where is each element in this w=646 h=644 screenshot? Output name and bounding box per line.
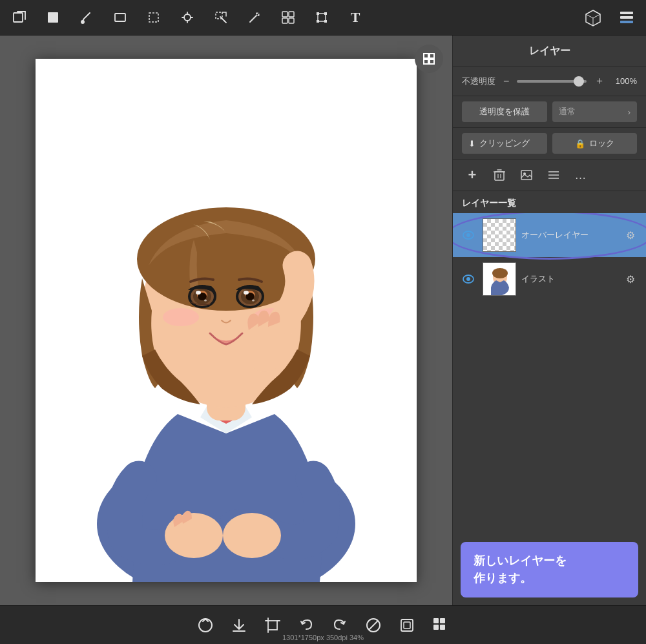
svg-point-50 <box>244 291 249 295</box>
svg-rect-30 <box>430 59 434 64</box>
new-window-tool[interactable] <box>8 6 31 29</box>
magic-wand-tool[interactable] <box>243 6 266 29</box>
svg-rect-27 <box>424 54 428 58</box>
svg-rect-26 <box>620 21 633 23</box>
canvas-info: 1301*1750px 350dpi 34% <box>282 634 364 641</box>
layer-settings-overlay[interactable]: ⚙ <box>621 226 640 244</box>
layer-thumb-overlay <box>483 218 516 252</box>
anime-artwork <box>36 59 417 582</box>
svg-point-72 <box>199 619 212 632</box>
blend-mode-btn[interactable]: 通常 › <box>552 101 638 122</box>
svg-point-68 <box>466 277 470 281</box>
opacity-row: 不透明度 − ＋ 100% <box>453 67 646 96</box>
svg-marker-22 <box>586 10 600 18</box>
opacity-label: 不透明度 <box>462 76 495 87</box>
svg-rect-76 <box>401 619 413 631</box>
no-tool[interactable] <box>362 614 385 637</box>
blend-row: 透明度を保護 通常 › <box>453 96 646 128</box>
bottom-toolbar: 1301*1750px 350dpi 34% <box>0 605 646 644</box>
svg-rect-13 <box>289 12 294 17</box>
opacity-plus-btn[interactable]: ＋ <box>592 73 607 89</box>
svg-rect-28 <box>430 54 434 58</box>
layer-more-btn[interactable]: … <box>570 165 591 185</box>
svg-rect-24 <box>620 12 633 14</box>
opacity-minus-btn[interactable]: − <box>501 74 512 88</box>
layers-panel-btn[interactable] <box>615 6 638 29</box>
layer-visibility-overlay[interactable] <box>459 226 477 244</box>
canvas-area <box>0 36 452 605</box>
svg-rect-73 <box>268 621 277 630</box>
3d-tool[interactable] <box>581 6 605 29</box>
clipping-btn[interactable]: ⬇ クリッピング <box>462 133 547 154</box>
layer-item-overlay[interactable]: オーバーレイヤー ⚙ <box>453 213 646 257</box>
layer-name-illust: イラスト <box>521 273 616 285</box>
svg-point-33 <box>165 513 223 558</box>
lasso-tool[interactable] <box>209 6 233 29</box>
transform-tool[interactable] <box>310 6 333 29</box>
top-toolbar: T <box>0 0 646 36</box>
svg-rect-19 <box>317 20 319 23</box>
layer-image-btn[interactable] <box>516 165 537 185</box>
layer-list-btn[interactable] <box>543 165 564 185</box>
svg-rect-55 <box>495 172 504 180</box>
svg-rect-14 <box>282 18 287 23</box>
layer-list-header: レイヤー一覧 <box>453 191 646 213</box>
protect-transparency-btn[interactable]: 透明度を保護 <box>462 101 547 122</box>
object-tool[interactable] <box>276 6 300 29</box>
eyedropper-tool[interactable] <box>176 6 199 29</box>
layer-toolbar: + <box>453 160 646 191</box>
text-tool[interactable]: T <box>344 6 367 29</box>
rotate-tool[interactable] <box>194 614 217 637</box>
svg-point-2 <box>81 20 85 24</box>
layer-settings-illust[interactable]: ⚙ <box>621 270 640 288</box>
svg-rect-25 <box>620 16 633 19</box>
save-tool[interactable] <box>227 614 251 637</box>
chevron-right-icon: › <box>628 107 630 117</box>
brush-tool[interactable] <box>75 6 98 29</box>
svg-rect-80 <box>433 625 439 630</box>
layer-list: オーバーレイヤー ⚙ <box>453 213 646 534</box>
opacity-slider[interactable] <box>517 80 587 83</box>
svg-rect-12 <box>282 12 287 17</box>
svg-rect-20 <box>324 20 327 23</box>
svg-rect-29 <box>424 59 428 64</box>
filter-tool[interactable] <box>395 614 419 637</box>
svg-line-75 <box>369 621 378 630</box>
main-area: レイヤー 不透明度 − ＋ 100% 透明度を保護 通常 › ⬇ クリッピング <box>0 36 646 605</box>
canvas-fit-button[interactable] <box>415 45 443 73</box>
svg-point-34 <box>223 513 281 558</box>
right-panel: レイヤー 不透明度 − ＋ 100% 透明度を保護 通常 › ⬇ クリッピング <box>452 36 646 605</box>
svg-rect-18 <box>324 12 327 15</box>
svg-point-5 <box>184 14 191 21</box>
tooltip-text: 新しいレイヤーを作ります。 <box>474 554 567 585</box>
opacity-slider-thumb <box>574 76 584 87</box>
svg-point-66 <box>466 233 470 237</box>
svg-rect-15 <box>289 18 294 23</box>
svg-rect-3 <box>115 14 125 21</box>
clipping-row: ⬇ クリッピング 🔒 ロック <box>453 128 646 160</box>
svg-point-43 <box>196 291 201 295</box>
layer-name-overlay: オーバーレイヤー <box>521 229 616 241</box>
layer-item-illust[interactable]: イラスト ⚙ <box>453 257 646 301</box>
svg-point-51 <box>252 300 255 302</box>
fill-tool[interactable] <box>41 6 65 29</box>
svg-rect-77 <box>404 622 410 628</box>
opacity-value: 100% <box>612 76 637 86</box>
grid-tool[interactable] <box>429 614 452 637</box>
layer-visibility-illust[interactable] <box>459 270 477 288</box>
panel-title: レイヤー <box>453 36 646 67</box>
svg-rect-78 <box>433 618 439 623</box>
rectangle-tool[interactable] <box>109 6 132 29</box>
lock-btn[interactable]: 🔒 ロック <box>552 133 638 154</box>
layer-thumb-illust <box>483 262 516 296</box>
svg-rect-79 <box>440 618 445 623</box>
delete-layer-btn[interactable] <box>489 165 510 185</box>
crop-tool[interactable] <box>261 614 284 637</box>
add-layer-btn[interactable]: + <box>462 165 483 185</box>
svg-rect-1 <box>48 12 58 23</box>
svg-line-11 <box>220 17 226 23</box>
canvas-container <box>36 59 417 582</box>
svg-point-44 <box>204 300 207 302</box>
selection-tool[interactable] <box>142 6 165 29</box>
svg-rect-4 <box>149 13 158 22</box>
